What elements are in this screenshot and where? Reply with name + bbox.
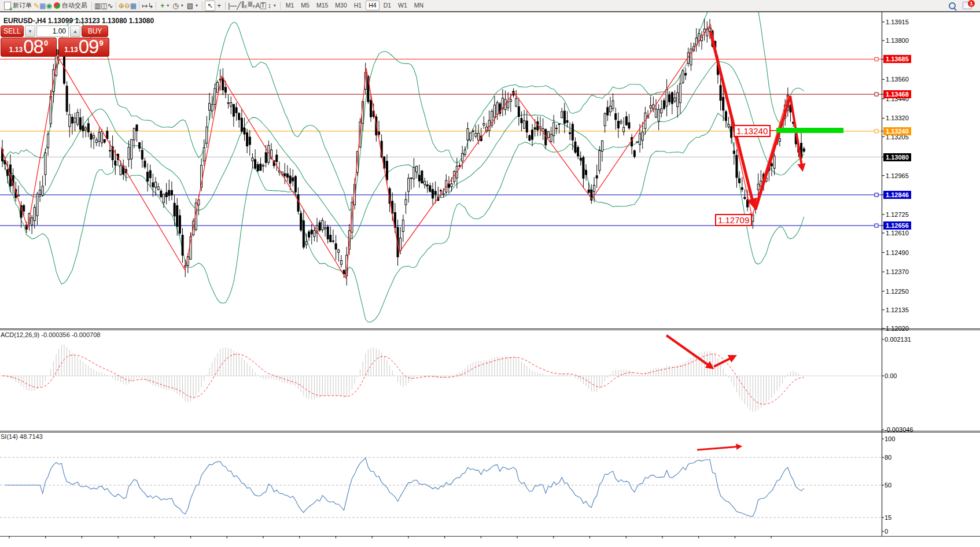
toolbar-separator [156,2,156,10]
signals-icon[interactable]: ◉ [46,2,51,10]
candlestick-button[interactable]: ◫ [101,2,107,10]
arrows-icon: ↕ [268,2,271,10]
sell-price-big: 08 [23,38,43,56]
sell-button[interactable]: SELL [1,25,24,37]
new-order-button[interactable]: + 新订单 [2,1,34,10]
new-order-icon: + [4,2,11,10]
main-toolbar: + 新订单 ✎ ▦ ◉ 自动交易 ▥ ◫ ∿ ⊕ ⊖ ▦ ↦ ↳ +▾ ◷▾ ▧… [0,0,980,12]
sell-price-prefix: 1.13 [9,46,23,54]
crosshair-button[interactable]: + [215,1,223,10]
one-click-trading-panel: SELL ▼ ▲ BUY 1.13 08 0 1.13 09 9 [1,25,109,57]
buy-price-sup: 9 [99,39,103,47]
chat-icon[interactable]: 1 [963,2,972,9]
timeframe-w1-button[interactable]: W1 [395,1,410,10]
toolbar-separator [202,2,202,10]
zoom-out-button[interactable]: ⊖ [124,2,130,10]
volume-decrease-button[interactable]: ▼ [25,25,35,37]
volume-input[interactable] [36,25,69,37]
timeframe-mn-button[interactable]: MN [411,1,426,10]
toolbar-separator [139,2,139,10]
line-chart-button[interactable]: ∿ [108,2,113,10]
buy-price-display[interactable]: 1.13 09 9 [58,38,109,57]
channel-button[interactable]: ∥E [241,0,248,11]
sell-price-display[interactable]: 1.13 08 0 [1,38,57,57]
zoom-in-button[interactable]: ⊕ [119,2,124,10]
chart-window[interactable]: EURUSD-,H4 1.13099 1.13123 1.13080 1.130… [0,12,980,547]
templates-button[interactable]: ▧▾ [185,1,200,10]
add-indicator-icon: + [160,2,164,10]
notification-badge: 1 [968,0,975,7]
text-button[interactable]: A [256,2,260,10]
highlighter-icon[interactable]: ✎ [34,2,39,10]
horizontal-line-button[interactable]: — [230,2,237,10]
timeframe-m15-button[interactable]: M15 [314,1,331,10]
crosshair-icon: + [217,2,221,10]
volume-increase-button[interactable]: ▲ [70,25,80,37]
buy-button[interactable]: BUY [82,25,108,37]
timeframe-h4-button[interactable]: H4 [366,1,379,10]
cursor-icon: ↖ [207,2,213,10]
buy-price-big: 09 [79,38,99,56]
auto-scroll-button[interactable]: ↦ [142,2,148,10]
clock-icon: ◷ [172,2,178,10]
buy-price-prefix: 1.13 [64,46,78,54]
indicators-button[interactable]: +▾ [159,1,171,10]
timeframe-h1-button[interactable]: H1 [351,1,364,10]
timeframe-m5-button[interactable]: M5 [298,1,312,10]
trendline-button[interactable]: ╱ [237,2,241,10]
timeframe-m30-button[interactable]: M30 [332,1,349,10]
fibonacci-button[interactable]: ≣F [247,0,255,11]
timeframe-toolbar: M1M5M15M30H1H4D1W1MN [283,1,426,10]
timeframe-m1-button[interactable]: M1 [283,1,297,10]
toolbar-separator [280,2,281,10]
market-depth-icon[interactable]: ▦ [39,2,46,10]
periods-button[interactable]: ◷▾ [171,1,185,10]
sell-price-sup: 0 [44,39,48,47]
shapes-button[interactable]: ↕▾ [266,1,278,10]
chart-shift-button[interactable]: ↳ [148,2,153,10]
auto-trading-button[interactable]: 自动交易 [52,1,89,10]
price-chart[interactable] [0,12,980,547]
auto-trading-label: 自动交易 [62,1,87,10]
label-button[interactable]: T [260,2,266,9]
toolbar-separator [225,2,226,10]
bar-chart-button[interactable]: ▥ [94,2,101,10]
timeframe-d1-button[interactable]: D1 [381,1,394,10]
template-icon: ▧ [187,2,193,10]
search-icon[interactable] [949,2,956,9]
toolbar-separator [91,2,92,10]
toolbar-separator [116,2,116,10]
cursor-button[interactable]: ↖ [205,1,215,11]
tile-windows-button[interactable]: ▦ [130,2,137,10]
new-order-label: 新订单 [13,1,32,10]
auto-trading-icon [54,2,60,9]
